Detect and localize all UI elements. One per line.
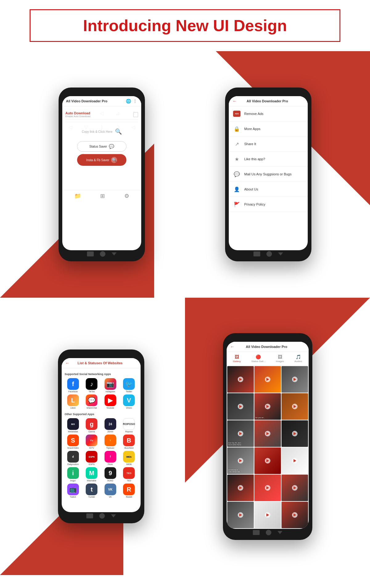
gallery-thumb-3[interactable] <box>282 366 308 393</box>
9gag-icon: 9 <box>105 467 116 479</box>
header-section: Introducing New UI Design <box>0 0 370 51</box>
phone1-bottom-nav: 📁 ⊞ ⚙ <box>62 190 141 202</box>
espn-label: ESPN <box>89 463 95 465</box>
phone1-notch <box>89 92 114 95</box>
ted-label: TED <box>127 480 131 482</box>
snack-icon: S <box>67 435 79 446</box>
play-icon-8 <box>265 431 270 436</box>
back-arrow-icon[interactable]: ← <box>232 99 237 104</box>
app-roposo: ROPOSO Roposo <box>121 418 138 433</box>
images-tab-icon: 🖼 <box>278 354 282 359</box>
gallery-thumb-18[interactable] <box>282 502 308 528</box>
app-20min: 24 20min <box>102 418 119 433</box>
gallery-thumb-8[interactable] <box>254 420 281 447</box>
images-tab-label: Images <box>276 360 284 363</box>
nav-tri <box>112 252 117 255</box>
play-icon-7 <box>238 431 243 436</box>
menu-item-more-apps[interactable]: 🔒 More Apps <box>229 121 308 137</box>
gallery-thumb-10[interactable]: W STRONG'SLING WHEN WE... <box>227 447 254 474</box>
play-icon-11 <box>265 458 270 463</box>
gallery-thumb-6[interactable] <box>282 393 308 420</box>
gallery-thumb-12[interactable] <box>282 447 308 474</box>
gallery-thumb-1[interactable] <box>227 366 254 393</box>
page-title: Introducing New UI Design <box>49 16 321 35</box>
gallery-thumb-11[interactable] <box>254 447 281 474</box>
daily-label: Dailymotion <box>67 463 79 465</box>
menu-item-about[interactable]: 👤 About Us <box>229 182 308 197</box>
tiktok-label: TikTok <box>88 390 95 393</box>
menu-item-share[interactable]: ↗ Share It <box>229 137 308 152</box>
phone1-bottom-bar <box>62 250 141 258</box>
gallery-thumb-2[interactable] <box>254 366 281 393</box>
grid-nav-icon[interactable]: ⊞ <box>100 193 105 199</box>
gallery-thumb-15[interactable] <box>282 475 308 501</box>
tab-audios[interactable]: 🎵 Audios <box>294 354 302 363</box>
phone4-bottom-bar <box>227 529 309 536</box>
tab-status-gallery[interactable]: 🔴 Status Gall... <box>251 354 265 363</box>
nav-tri3 <box>111 514 116 517</box>
buzzfeed-label: Buzzfeed <box>125 447 134 449</box>
tab-gallery[interactable]: 🖼 Gallery <box>233 354 241 363</box>
play-icon-6 <box>292 404 298 409</box>
status-gallery-tab-label: Status Gall... <box>251 360 265 363</box>
play-icon-14 <box>265 485 270 491</box>
bottom-phones-container: ← List & Statuses Of Websites Supported … <box>0 298 370 575</box>
nav-rect <box>87 251 94 256</box>
gallery-thumb-14[interactable] <box>254 475 281 501</box>
vimeo-icon: V <box>123 394 135 406</box>
insta-fb-label: Insta & Fb Saver <box>86 158 109 162</box>
gallery-thumb-17[interactable] <box>254 502 281 528</box>
menu-list: ADS Remove Ads 🔒 More Apps ↗ <box>229 106 308 212</box>
play-icon-4 <box>238 404 243 409</box>
app-imgur: i Imgur <box>65 467 82 482</box>
youtube-icon: ▶ <box>105 394 116 406</box>
nav-dot3 <box>99 513 105 519</box>
phone4-mockup: ← All Video Downloader Pro 🖼 Gallery 🔴 S… <box>223 333 312 540</box>
phone2-appbar: ← All Video Downloader Pro <box>229 96 308 106</box>
tumblr-label: Tumblr <box>88 496 95 498</box>
mx-icon: MX <box>67 418 79 430</box>
header-border: Introducing New UI Design <box>30 9 340 42</box>
youtube-label: Youtube <box>106 407 114 409</box>
phone4-notch <box>255 338 280 341</box>
phone3-appbar: ← List & Statuses Of Websites <box>62 358 141 368</box>
menu-item-like[interactable]: ★ Like this app? <box>229 152 308 167</box>
phone3-back-arrow-icon[interactable]: ← <box>65 361 70 365</box>
bottom-phones-section: ← List & Statuses Of Websites Supported … <box>0 298 370 575</box>
gallery-thumb-16[interactable] <box>227 502 254 528</box>
play-icon-5 <box>265 404 270 409</box>
status-saver-button[interactable]: Status Saver 💬 <box>77 141 126 152</box>
menu-label-about: About Us <box>244 187 258 191</box>
menu-item-remove-ads[interactable]: ADS Remove Ads <box>229 106 308 121</box>
globe-icon: 🌐 <box>126 99 131 104</box>
other-apps-grid: MX Metakatak g Ganna 24 20min ROPOSO <box>65 418 138 498</box>
app-vk: VK VK <box>102 484 119 498</box>
roposo-label: Roposo <box>125 431 133 433</box>
app-gaana: g Ganna <box>83 418 100 433</box>
mx-label: Metakatak <box>68 431 78 433</box>
gallery-thumb-7[interactable]: Ever Day Mi, Jan'sDoon darker Burns <box>227 420 254 447</box>
menu-item-privacy[interactable]: 🚩 Privacy Policy <box>229 197 308 212</box>
settings-nav-icon[interactable]: ⚙ <box>124 193 129 199</box>
phone4-back-arrow-icon[interactable]: ← <box>230 344 235 349</box>
menu-item-mail[interactable]: 💬 Mail Us Any Suggsions or Bugs <box>229 167 308 182</box>
status-gallery-tab-icon: 🔴 <box>256 354 261 359</box>
folder-nav-icon[interactable]: 📁 <box>74 193 81 199</box>
tab-images[interactable]: 🖼 Images <box>276 354 284 363</box>
daily-icon: d <box>67 451 79 463</box>
topbuzz-icon: T <box>105 435 116 446</box>
play-icon-3 <box>292 377 298 382</box>
gallery-tab-label: Gallery <box>233 360 241 363</box>
gallery-thumb-13[interactable] <box>227 475 254 501</box>
gallery-thumb-9[interactable] <box>282 420 308 447</box>
remove-ads-icon: ADS <box>233 110 240 117</box>
more-icon: ⋮ <box>133 99 138 104</box>
phone4-appbar: ← All Video Downloader Pro <box>227 342 309 352</box>
gallery-thumb-4[interactable] <box>227 393 254 420</box>
insta-fb-button[interactable]: Insta & Fb Saver 🔍 <box>77 154 126 166</box>
auto-download-checkbox[interactable] <box>133 112 138 117</box>
app-flickr: f Flickr <box>102 451 119 465</box>
app-tumblr: t Tumblr <box>83 484 100 498</box>
gallery-thumb-5[interactable]: for you wi... <box>254 393 281 420</box>
social-apps-grid: f Facebook ♪ TikTok 📷 Instagram 🐦 <box>65 378 138 409</box>
